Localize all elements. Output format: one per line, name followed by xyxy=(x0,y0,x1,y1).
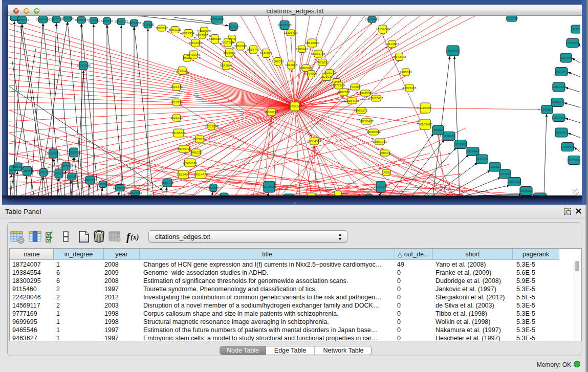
svg-text:16154808: 16154808 xyxy=(376,27,390,31)
svg-text:14352: 14352 xyxy=(382,170,391,174)
svg-text:19384554: 19384554 xyxy=(307,139,321,143)
svg-text:14136141: 14136141 xyxy=(374,185,388,188)
svg-text:16640910: 16640910 xyxy=(305,41,319,45)
svg-text:20364436: 20364436 xyxy=(345,99,359,102)
svg-text:23226058: 23226058 xyxy=(197,29,211,33)
svg-text:12353594: 12353594 xyxy=(204,124,219,128)
svg-text:2867608: 2867608 xyxy=(234,44,247,48)
svg-text:2935114: 2935114 xyxy=(476,157,488,161)
svg-text:14099489: 14099489 xyxy=(183,161,197,164)
svg-text:12213967: 12213967 xyxy=(385,42,399,46)
svg-text:20053346: 20053346 xyxy=(76,63,91,67)
svg-text:18807249: 18807249 xyxy=(373,140,387,143)
svg-text:746266: 746266 xyxy=(350,85,361,89)
svg-text:1621072: 1621072 xyxy=(320,75,333,78)
svg-text:15751074: 15751074 xyxy=(565,41,580,45)
svg-text:12942737: 12942737 xyxy=(36,170,51,174)
svg-text:16033809: 16033809 xyxy=(210,17,224,20)
svg-text:1221033: 1221033 xyxy=(170,116,183,119)
svg-text:6497568: 6497568 xyxy=(338,90,351,94)
svg-text:6466160: 6466160 xyxy=(101,19,114,23)
svg-text:12923446: 12923446 xyxy=(128,191,142,194)
svg-text:9527505: 9527505 xyxy=(196,33,209,37)
svg-text:10688609: 10688609 xyxy=(366,130,381,134)
svg-text:6879197: 6879197 xyxy=(454,142,467,146)
svg-text:8660125: 8660125 xyxy=(169,28,182,31)
svg-text:9115460: 9115460 xyxy=(419,106,431,110)
svg-text:7632621: 7632621 xyxy=(489,165,502,168)
svg-text:8813054: 8813054 xyxy=(506,16,518,20)
svg-text:7955812: 7955812 xyxy=(316,60,329,64)
svg-text:19218506: 19218506 xyxy=(277,23,292,27)
svg-text:1221336: 1221336 xyxy=(170,85,183,89)
svg-text:3915901: 3915901 xyxy=(9,168,18,171)
svg-text:(x): (x) xyxy=(130,233,139,242)
svg-text:16648784: 16648784 xyxy=(446,49,460,52)
svg-text:15692901: 15692901 xyxy=(554,130,569,134)
svg-text:1990443: 1990443 xyxy=(296,47,309,51)
svg-text:11325419: 11325419 xyxy=(284,31,298,34)
svg-text:7515526: 7515526 xyxy=(142,23,155,26)
svg-text:9185001: 9185001 xyxy=(12,165,25,168)
svg-text:1640953: 1640953 xyxy=(432,128,445,132)
svg-text:3624554: 3624554 xyxy=(359,91,372,95)
svg-text:10654122: 10654122 xyxy=(507,180,521,183)
svg-text:14914479: 14914479 xyxy=(193,172,208,176)
svg-text:9227342: 9227342 xyxy=(555,70,568,73)
svg-text:10671355: 10671355 xyxy=(127,21,141,25)
svg-text:8454749: 8454749 xyxy=(247,48,260,51)
svg-text:16961758: 16961758 xyxy=(311,52,325,55)
svg-text:1527602: 1527602 xyxy=(88,18,100,22)
svg-text:10975867: 10975867 xyxy=(59,164,73,168)
svg-text:18724007: 18724007 xyxy=(288,104,302,108)
svg-text:8678334: 8678334 xyxy=(193,137,206,141)
svg-text:1322013: 1322013 xyxy=(285,63,298,67)
svg-text:10653267: 10653267 xyxy=(74,18,89,21)
svg-text:16782759: 16782759 xyxy=(113,186,127,189)
svg-text:9146821: 9146821 xyxy=(260,51,273,55)
svg-text:17016504: 17016504 xyxy=(560,145,575,148)
svg-text:1588520: 1588520 xyxy=(272,59,285,63)
svg-text:16046798: 16046798 xyxy=(177,147,191,150)
svg-text:10719155: 10719155 xyxy=(114,19,128,23)
svg-text:9245652: 9245652 xyxy=(520,189,533,192)
svg-text:1621072: 1621072 xyxy=(323,71,336,74)
svg-text:2718129: 2718129 xyxy=(176,69,189,72)
svg-text:1010755: 1010755 xyxy=(170,100,183,104)
svg-text:17359928: 17359928 xyxy=(67,150,81,154)
svg-text:7986372: 7986372 xyxy=(355,108,368,112)
svg-text:15720407: 15720407 xyxy=(359,119,374,123)
svg-text:1546: 1546 xyxy=(228,37,235,40)
svg-text:16210643: 16210643 xyxy=(552,116,566,119)
svg-text:1065326: 1065326 xyxy=(61,16,74,20)
svg-text:12444153: 12444153 xyxy=(550,100,564,104)
svg-text:11156849: 11156849 xyxy=(20,169,34,172)
svg-text:3215955: 3215955 xyxy=(541,107,554,111)
svg-text:10958117: 10958117 xyxy=(96,182,110,186)
svg-text:19166829: 19166829 xyxy=(171,131,186,135)
svg-text:7485063: 7485063 xyxy=(400,70,412,74)
svg-text:20206576: 20206576 xyxy=(46,151,60,155)
svg-text:12093822: 12093822 xyxy=(552,85,566,89)
svg-text:1097739: 1097739 xyxy=(50,17,63,21)
svg-text:14055714: 14055714 xyxy=(15,18,29,21)
svg-text:11675314: 11675314 xyxy=(567,158,580,162)
svg-text:12505135: 12505135 xyxy=(64,174,79,178)
svg-text:10543362: 10543362 xyxy=(188,41,203,45)
svg-text:1362615: 1362615 xyxy=(300,66,313,70)
svg-text:7625402: 7625402 xyxy=(177,172,190,176)
svg-text:12975115: 12975115 xyxy=(402,86,417,90)
svg-text:908403: 908403 xyxy=(380,151,390,155)
svg-text:9527505: 9527505 xyxy=(222,40,234,44)
svg-text:20691406: 20691406 xyxy=(36,17,50,21)
svg-text:9794028: 9794028 xyxy=(305,72,318,75)
svg-text:3875685: 3875685 xyxy=(223,51,236,54)
svg-text:10807487: 10807487 xyxy=(369,96,383,100)
svg-text:9777169: 9777169 xyxy=(333,83,345,87)
svg-text:7663822: 7663822 xyxy=(156,26,168,30)
svg-text:9857771: 9857771 xyxy=(161,181,174,184)
svg-text:10939695: 10939695 xyxy=(418,122,432,126)
svg-text:11123: 11123 xyxy=(573,27,580,31)
svg-text:3498222: 3498222 xyxy=(190,150,203,154)
svg-text:17957275: 17957275 xyxy=(83,178,97,182)
